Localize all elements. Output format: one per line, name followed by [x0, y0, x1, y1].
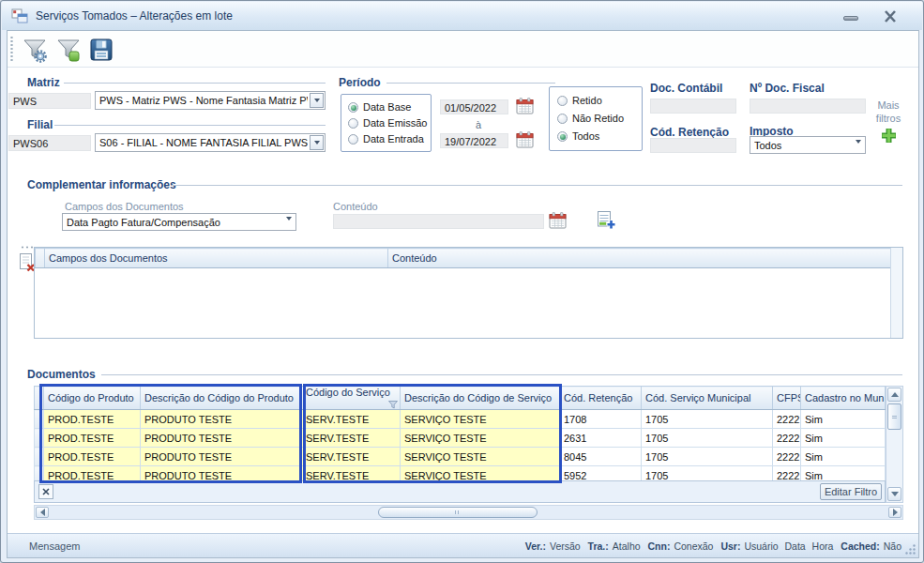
- column-header-descricao-servico[interactable]: Descrição do Código de Serviço: [401, 387, 560, 410]
- row-selector[interactable]: [35, 410, 44, 429]
- table-row[interactable]: PROD.TESTE PRODUTO TESTE SERV.TESTE SERV…: [35, 410, 886, 429]
- cell[interactable]: 1705: [642, 429, 773, 448]
- cell[interactable]: PROD.TESTE: [44, 410, 141, 429]
- scroll-down-button[interactable]: [887, 487, 901, 501]
- cod-retencao-field[interactable]: [650, 138, 736, 153]
- campos-combo-arrow-icon[interactable]: [286, 221, 292, 232]
- save-button[interactable]: [87, 36, 115, 64]
- radio-data-entrada-icon[interactable]: [348, 134, 358, 145]
- cell[interactable]: SERVIÇO TESTE: [401, 429, 560, 448]
- cell[interactable]: SERVIÇO TESTE: [401, 448, 560, 466]
- radio-todos-icon[interactable]: [557, 131, 568, 142]
- clear-filter-button[interactable]: [38, 484, 53, 499]
- apply-filter-button[interactable]: [54, 36, 83, 64]
- num-doc-fiscal-label: Nº Doc. Fiscal: [750, 82, 825, 95]
- funnel-check-icon: [55, 37, 82, 63]
- radio-data-base[interactable]: Data Base: [348, 101, 411, 113]
- column-header-codigo-produto[interactable]: Código do Produto: [44, 387, 141, 410]
- row-selector[interactable]: [35, 429, 44, 448]
- date-from-field[interactable]: 01/05/2022: [440, 99, 508, 114]
- cell[interactable]: SERV.TESTE: [302, 410, 401, 429]
- radio-data-emissao-icon[interactable]: [348, 118, 358, 129]
- scroll-left-button[interactable]: [36, 507, 49, 518]
- radio-retido-icon[interactable]: [557, 96, 568, 106]
- resize-grip-icon[interactable]: [904, 543, 916, 555]
- column-header-cod-retencao[interactable]: Cód. Retenção: [560, 387, 642, 410]
- table-row[interactable]: PROD.TESTE PRODUTO TESTE SERV.TESTE SERV…: [35, 448, 886, 466]
- scroll-up-button[interactable]: [887, 388, 901, 402]
- radio-data-emissao[interactable]: Data Emissão: [348, 117, 427, 129]
- cell[interactable]: PRODUTO TESTE: [141, 410, 302, 429]
- column-filter-icon[interactable]: [388, 401, 398, 409]
- row-selector[interactable]: [35, 448, 44, 466]
- add-row-icon[interactable]: [597, 210, 616, 230]
- cell[interactable]: 2222: [773, 410, 801, 429]
- horizontal-scrollbar[interactable]: [34, 505, 903, 520]
- matriz-code-field[interactable]: PWS: [8, 93, 91, 109]
- cell[interactable]: 8045: [560, 448, 642, 466]
- documentos-grid: Código do Produto Descrição do Código do…: [34, 386, 903, 522]
- doc-contabil-field[interactable]: [650, 99, 736, 114]
- radio-todos[interactable]: Todos: [557, 130, 599, 142]
- cell[interactable]: SERV.TESTE: [302, 448, 401, 466]
- date-to-calendar-icon[interactable]: [516, 131, 534, 148]
- vertical-scrollbar-thumb[interactable]: [887, 403, 901, 430]
- radio-data-base-icon[interactable]: [348, 102, 358, 113]
- column-header[interactable]: Campos dos Documentos: [45, 249, 388, 268]
- column-header-cfps[interactable]: CFPS: [773, 387, 801, 410]
- filial-code-field[interactable]: PWS06: [8, 135, 91, 151]
- cell[interactable]: PRODUTO TESTE: [141, 448, 302, 466]
- cell[interactable]: Sim: [801, 410, 886, 429]
- close-button[interactable]: [883, 9, 898, 23]
- column-header-codigo-servico[interactable]: Código do Serviço: [302, 387, 401, 410]
- cell[interactable]: 1705: [642, 410, 773, 429]
- radio-data-entrada[interactable]: Data Entrada: [348, 133, 424, 145]
- imposto-combo[interactable]: Todos: [750, 136, 866, 154]
- scroll-right-button[interactable]: [888, 507, 901, 518]
- cell[interactable]: PRODUTO TESTE: [141, 429, 302, 448]
- cell[interactable]: 2222: [773, 429, 801, 448]
- cell[interactable]: 1708: [560, 410, 642, 429]
- filial-combo-arrow-icon[interactable]: [310, 135, 324, 150]
- conteudo-label: Conteúdo: [333, 201, 378, 212]
- matriz-combo-arrow-icon[interactable]: [310, 93, 324, 108]
- configure-filter-button[interactable]: [21, 36, 49, 64]
- cell[interactable]: PROD.TESTE: [44, 429, 141, 448]
- cell[interactable]: 2222: [773, 448, 801, 466]
- column-header-cadastro[interactable]: Cadastro no Mun: [801, 387, 886, 410]
- conteudo-calendar-icon[interactable]: [549, 212, 567, 229]
- cell[interactable]: PROD.TESTE: [44, 448, 141, 466]
- cell[interactable]: Sim: [801, 448, 886, 466]
- matriz-combo[interactable]: PWS - Matriz PWS - Nome Fantasia Matriz …: [95, 91, 326, 110]
- cell[interactable]: SERV.TESTE: [302, 429, 401, 448]
- grid-corner-cell: [36, 249, 45, 268]
- vertical-scrollbar[interactable]: [886, 386, 903, 503]
- num-doc-fiscal-field[interactable]: [750, 99, 866, 114]
- campos-documentos-combo[interactable]: Data Pagto Fatura/Compensação: [62, 213, 296, 231]
- editar-filtro-button[interactable]: Editar Filtro: [820, 483, 882, 500]
- conteudo-field[interactable]: [333, 214, 544, 229]
- cell[interactable]: SERVIÇO TESTE: [401, 410, 560, 429]
- cell[interactable]: Sim: [801, 429, 886, 448]
- app-form-icon: [11, 8, 28, 23]
- cell[interactable]: 1705: [642, 448, 773, 466]
- complementar-grid-scroll-track[interactable]: [890, 248, 902, 338]
- filial-combo[interactable]: S06 - FILIAL - NOME FANTASIA FILIAL PWS0…: [95, 133, 326, 152]
- imposto-combo-arrow-icon[interactable]: [856, 144, 861, 155]
- column-header[interactable]: Conteúdo: [388, 249, 891, 268]
- date-to-field[interactable]: 19/07/2022: [440, 133, 508, 148]
- minimize-button[interactable]: [843, 16, 858, 21]
- grid-filter-bar: Editar Filtro: [34, 480, 886, 503]
- mais-filtros-plus-icon[interactable]: [880, 127, 898, 145]
- radio-retido[interactable]: Retido: [557, 95, 602, 106]
- radio-nao-retido[interactable]: Não Retido: [557, 113, 624, 124]
- complementar-grid: Campos dos Documentos Conteúdo: [34, 247, 903, 339]
- column-header-cod-servico-municipal[interactable]: Cód. Serviço Municipal: [642, 387, 773, 410]
- table-row[interactable]: PROD.TESTE PRODUTO TESTE SERV.TESTE SERV…: [35, 429, 886, 448]
- horizontal-scrollbar-thumb[interactable]: [378, 507, 538, 518]
- toolbar-grip[interactable]: [10, 36, 13, 62]
- column-header-descricao-produto[interactable]: Descrição do Código do Produto: [141, 387, 302, 410]
- cell[interactable]: 2631: [560, 429, 642, 448]
- radio-nao-retido-icon[interactable]: [557, 114, 568, 124]
- date-from-calendar-icon[interactable]: [516, 98, 534, 114]
